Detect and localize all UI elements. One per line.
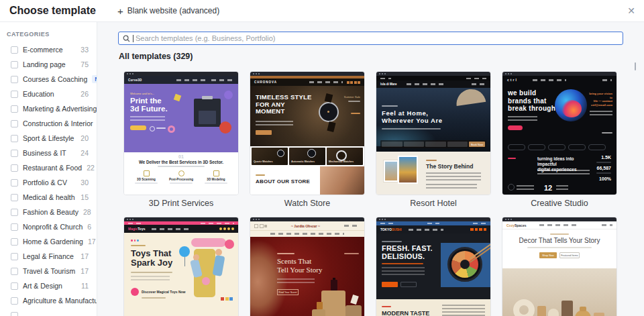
sidebar-item-education[interactable]: Education 26 <box>0 87 97 101</box>
category-label: Construction & Interior <box>23 119 93 127</box>
sidebar-item-business-it[interactable]: Business & IT 24 <box>0 146 97 160</box>
checkbox[interactable] <box>11 105 18 113</box>
text-line <box>158 166 205 167</box>
template-card-perfume[interactable]: ~ Jardin Obscur ~ Scents That <box>250 217 365 316</box>
sidebar-item-sport-lifestyle[interactable]: Sport & Lifestyle 20 <box>0 131 97 146</box>
category-label: Business & IT <box>23 149 66 157</box>
sale-label: Summer Sale <box>344 95 360 99</box>
sidebar-item-landing-page[interactable]: Landing page 75 <box>0 57 97 72</box>
mock-header: ~ Jardin Obscur ~ <box>250 221 364 230</box>
sidebar-item-art-design[interactable]: Art & Design 11 <box>0 278 97 293</box>
text-line <box>527 247 592 248</box>
category-label: Sport & Lifestyle <box>23 134 74 142</box>
sidebar-item-courses-coaching[interactable]: Courses & Coaching New 8 <box>0 72 97 87</box>
category-count: 22 <box>87 164 95 172</box>
checkbox[interactable] <box>11 253 18 260</box>
text-lines <box>508 116 537 121</box>
text-line <box>131 245 146 246</box>
template-card-decor[interactable]: CozySpaces Decor That Tells Your Story S… <box>502 217 617 316</box>
sidebar-item-travel-tourism[interactable]: Travel & Tourism 17 <box>0 264 97 278</box>
checkbox[interactable] <box>11 238 18 246</box>
checkbox[interactable] <box>11 46 18 54</box>
checkbox[interactable] <box>11 61 18 68</box>
search-icon <box>123 35 130 42</box>
search-input[interactable] <box>134 34 623 43</box>
category-count: 17 <box>80 252 89 260</box>
social-icon <box>227 227 230 230</box>
mock-hero-title: Feel at Home, Wherever You Are <box>382 109 443 125</box>
sidebar-item-portfolio-cv[interactable]: Portfolio & CV 30 <box>0 175 97 190</box>
search-box[interactable] <box>118 32 623 45</box>
checkbox[interactable] <box>11 150 18 157</box>
tag-pill <box>588 144 606 150</box>
checkbox[interactable] <box>11 209 18 216</box>
mock-cta-button <box>256 130 272 135</box>
nav-links-lines <box>409 229 443 231</box>
sidebar-item-marketing-advertising[interactable]: Marketing & Advertising 25 <box>0 101 97 116</box>
template-card-resort-hotel[interactable]: Isla di Mare Feel at Home, Where <box>376 71 491 211</box>
printer-front <box>199 111 216 124</box>
text-line <box>602 132 612 134</box>
text-lines <box>556 185 568 190</box>
checkbox[interactable] <box>11 297 18 305</box>
sidebar-item-medical-health[interactable]: Medical & health 15 <box>0 190 97 205</box>
mockup-decor: CozySpaces Decor That Tells Your Story S… <box>502 221 616 316</box>
template-card-watch-store[interactable]: CHRONOVA TIMELESS STYLE FOR <box>250 71 365 211</box>
perfume-box <box>350 295 359 305</box>
template-thumbnail[interactable]: ctrl we build brands that break through <box>502 71 617 195</box>
template-name: Resort Hotel <box>376 195 491 211</box>
checkbox[interactable] <box>11 312 18 316</box>
checkbox[interactable] <box>11 135 18 142</box>
checkbox[interactable] <box>11 76 18 83</box>
watch-icon <box>277 150 284 157</box>
sidebar-item-fashion-beauty[interactable]: Fashion & Beauty 28 <box>0 205 97 219</box>
checkbox[interactable] <box>11 91 18 98</box>
sidebar-item-home-gardening[interactable]: Home & Gardening 17 <box>0 234 97 249</box>
mock-logo: Isla di Mare <box>380 83 397 86</box>
checkbox[interactable] <box>11 179 18 187</box>
text-line <box>382 263 423 264</box>
feature-icon <box>213 170 219 176</box>
mock-logo: MagicToys <box>128 227 145 231</box>
feature-label: 3D Modeling <box>201 178 231 181</box>
checkbox[interactable] <box>11 268 18 275</box>
sidebar-item-e-commerce[interactable]: E-commerce 33 <box>0 42 97 57</box>
mock-logo: TOKYOSUSHI <box>380 228 402 231</box>
template-card-3d-print-services[interactable]: Curve3D Welcome and let's... Print the 3… <box>123 71 239 211</box>
text-lines <box>537 170 590 175</box>
template-thumbnail[interactable]: Isla di Mare Feel at Home, Where <box>376 71 491 195</box>
category-count: 24 <box>80 149 89 157</box>
checkbox[interactable] <box>11 223 18 231</box>
template-card-toys[interactable]: MagicToys <box>123 217 239 316</box>
mockup-3d-print: Curve3D Welcome and let's... Print the 3… <box>124 76 238 195</box>
scrollbar[interactable] <box>635 62 636 70</box>
checkbox[interactable] <box>11 120 18 127</box>
checkbox[interactable] <box>11 164 18 172</box>
sidebar-item-nonprofit-church[interactable]: Nonprofit & Church 6 <box>0 219 97 234</box>
template-thumbnail[interactable]: ~ Jardin Obscur ~ Scents That <box>250 217 365 316</box>
template-thumbnail[interactable]: MagicToys <box>123 217 239 316</box>
text-line <box>131 272 172 273</box>
spiky-shape <box>219 121 231 134</box>
sidebar-item-construction-interior[interactable]: Construction & Interior 16 <box>0 116 97 131</box>
page-title: Choose template <box>9 5 96 17</box>
blank-website-button[interactable]: + Blank website (advanced) <box>117 0 219 21</box>
sidebar-item-restaurant-food[interactable]: Restaurant & Food 22 <box>0 160 97 175</box>
block <box>221 297 224 301</box>
sidebar-item-legal-finance[interactable]: Legal & Finance 17 <box>0 249 97 264</box>
text-caret <box>133 35 133 42</box>
template-thumbnail[interactable]: CHRONOVA TIMELESS STYLE FOR <box>250 71 365 195</box>
template-card-creative-studio[interactable]: ctrl we build brands that break through <box>502 71 617 211</box>
tile: Automatic Watches <box>289 148 325 165</box>
close-icon[interactable]: ✕ <box>626 4 637 17</box>
sidebar-item-agriculture-manufacturing[interactable]: Agriculture & Manufacturing 9 <box>0 293 97 308</box>
torus-shape <box>168 125 175 133</box>
template-card-sushi[interactable]: TOKYOSUSHI <box>376 217 491 316</box>
checkbox[interactable] <box>11 194 18 201</box>
portrait-photo <box>250 240 288 316</box>
template-thumbnail[interactable]: Curve3D Welcome and let's... Print the 3… <box>123 71 239 195</box>
checkbox[interactable] <box>11 282 18 290</box>
sidebar-item-partial[interactable] <box>0 308 97 316</box>
template-thumbnail[interactable]: CozySpaces Decor That Tells Your Story S… <box>502 217 617 316</box>
template-thumbnail[interactable]: TOKYOSUSHI <box>376 217 491 316</box>
